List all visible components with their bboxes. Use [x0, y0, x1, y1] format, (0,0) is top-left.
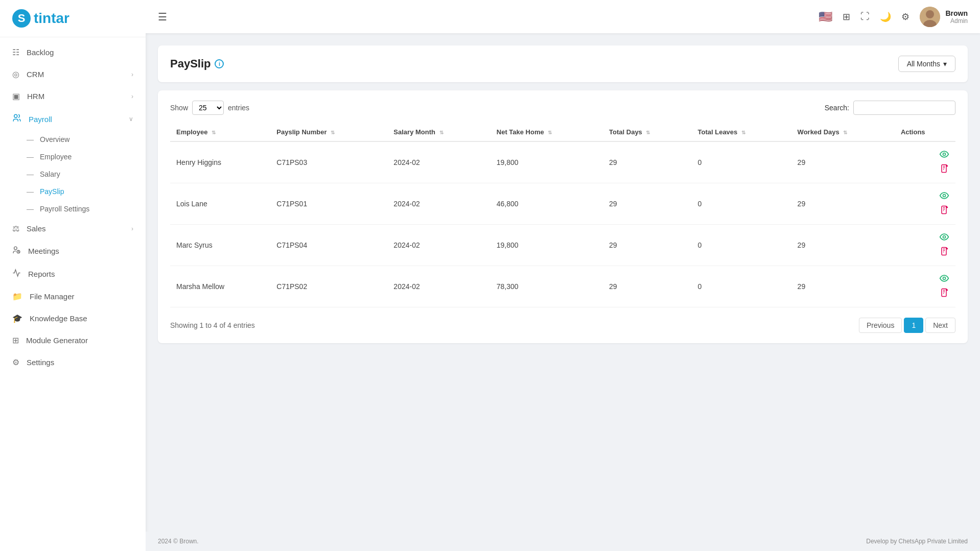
sidebar-item-meetings[interactable]: Meetings [0, 239, 146, 262]
reports-icon [12, 269, 21, 279]
header-row: Employee ⇅ Payslip Number ⇅ Salary Month… [170, 123, 955, 141]
sort-icon[interactable]: ⇅ [741, 130, 745, 135]
sidebar-item-knowledge-base[interactable]: 🎓 Knowledge Base [0, 307, 146, 329]
all-months-button[interactable]: All Months ▾ [898, 56, 955, 72]
show-entries: Show 25 50 100 entries [170, 101, 249, 115]
dash-icon: — [27, 153, 34, 161]
th-net-take-home: Net Take Home ⇅ [491, 123, 603, 141]
dark-mode-icon[interactable]: 🌙 [880, 11, 891, 22]
sidebar-item-sales[interactable]: ⚖ Sales › [0, 218, 146, 239]
chevron-right-icon: › [131, 225, 133, 232]
sidebar-sub-payslip[interactable]: — PaySlip [0, 183, 146, 200]
user-menu[interactable]: Brown Admin [920, 7, 968, 27]
sidebar-item-hrm[interactable]: ▣ HRM › [0, 85, 146, 107]
avatar [920, 7, 940, 27]
sidebar-item-crm[interactable]: ◎ CRM › [0, 63, 146, 85]
chevron-right-icon: › [131, 93, 133, 100]
cell-total-leaves: 0 [692, 141, 791, 183]
view-action-icon[interactable] [901, 273, 949, 286]
sub-label: PaySlip [40, 187, 64, 196]
sidebar-sub-salary[interactable]: — Salary [0, 165, 146, 183]
cell-worked-days: 29 [791, 183, 895, 225]
avatar-image [920, 7, 940, 27]
sidebar-sub-overview[interactable]: — Overview [0, 131, 146, 148]
sidebar-item-payroll[interactable]: Payroll ∨ [0, 107, 146, 131]
info-icon[interactable]: i [215, 59, 224, 68]
sort-icon[interactable]: ⇅ [548, 130, 552, 135]
cell-total-days: 29 [603, 141, 691, 183]
cell-net-take-home: 19,800 [491, 141, 603, 183]
view-action-icon[interactable] [901, 232, 949, 245]
download-action-icon[interactable] [901, 247, 949, 258]
cell-actions [895, 266, 955, 307]
page-header: PaySlip i All Months ▾ [158, 45, 968, 82]
cell-payslip-number: C71PS01 [270, 183, 387, 225]
download-action-icon[interactable] [901, 164, 949, 176]
topbar: ☰ 🇺🇸 ⊞ ⛶ 🌙 ⚙ Brown Admin [146, 0, 980, 33]
sort-icon[interactable]: ⇅ [439, 130, 444, 135]
grid-icon[interactable]: ⊞ [843, 11, 850, 22]
meetings-icon [12, 246, 21, 256]
sidebar-item-settings[interactable]: ⚙ Settings [0, 351, 146, 373]
cell-salary-month: 2024-02 [387, 183, 490, 225]
flag-icon[interactable]: 🇺🇸 [819, 10, 832, 23]
knowledge-base-icon: 🎓 [12, 314, 22, 323]
sidebar-item-label: HRM [27, 92, 44, 101]
show-label: Show [170, 104, 188, 112]
svg-point-0 [14, 114, 17, 117]
svg-point-4 [926, 10, 934, 18]
view-action-icon[interactable] [901, 149, 949, 162]
sidebar: S tintar ☷ Backlog ◎ CRM › ▣ HRM › Payro… [0, 0, 146, 551]
entries-select[interactable]: 25 50 100 [192, 101, 224, 115]
sidebar-item-label: Payroll [29, 115, 52, 124]
table-row: Lois Lane C71PS01 2024-02 46,800 29 0 29 [170, 183, 955, 225]
cell-payslip-number: C71PS03 [270, 141, 387, 183]
page-content: PaySlip i All Months ▾ Show 25 50 100 en… [146, 33, 980, 532]
footer: 2024 © Brown. Develop by ChetsApp Privat… [146, 532, 980, 551]
cell-payslip-number: C71PS04 [270, 225, 387, 266]
th-employee: Employee ⇅ [170, 123, 270, 141]
sidebar-nav: ☷ Backlog ◎ CRM › ▣ HRM › Payroll ∨ — Ov… [0, 37, 146, 551]
pagination-buttons: Previous 1 Next [859, 318, 955, 333]
sidebar-item-file-manager[interactable]: 📁 File Manager [0, 285, 146, 307]
previous-button[interactable]: Previous [859, 318, 902, 333]
download-action-icon[interactable] [901, 205, 949, 217]
cell-net-take-home: 78,300 [491, 266, 603, 307]
sidebar-sub-employee[interactable]: — Employee [0, 148, 146, 165]
sidebar-item-backlog[interactable]: ☷ Backlog [0, 41, 146, 63]
cell-actions [895, 141, 955, 183]
sidebar-item-reports[interactable]: Reports [0, 262, 146, 285]
next-button[interactable]: Next [925, 318, 955, 333]
user-role: Admin [945, 17, 968, 25]
sidebar-item-label: Backlog [27, 48, 54, 57]
cell-salary-month: 2024-02 [387, 225, 490, 266]
user-name: Brown [945, 9, 968, 17]
topbar-settings-icon[interactable]: ⚙ [901, 11, 909, 22]
view-action-icon[interactable] [901, 190, 949, 203]
dash-icon: — [27, 187, 34, 196]
dash-icon: — [27, 170, 34, 178]
table-header: Employee ⇅ Payslip Number ⇅ Salary Month… [170, 123, 955, 141]
search-input[interactable] [853, 101, 955, 115]
download-action-icon[interactable] [901, 288, 949, 300]
cell-worked-days: 29 [791, 225, 895, 266]
sidebar-item-label: Reports [28, 270, 55, 278]
sort-icon[interactable]: ⇅ [843, 130, 847, 135]
sort-icon[interactable]: ⇅ [646, 130, 650, 135]
table-row: Marsha Mellow C71PS02 2024-02 78,300 29 … [170, 266, 955, 307]
page-title-text: PaySlip [170, 57, 211, 70]
page-1-button[interactable]: 1 [904, 318, 923, 333]
logo: S tintar [0, 0, 146, 37]
hamburger-icon[interactable]: ☰ [158, 11, 167, 23]
sub-label: Salary [40, 170, 60, 178]
table-row: Henry Higgins C71PS03 2024-02 19,800 29 … [170, 141, 955, 183]
fullscreen-icon[interactable]: ⛶ [860, 11, 870, 22]
sidebar-sub-payroll-settings[interactable]: — Payroll Settings [0, 200, 146, 218]
sort-icon[interactable]: ⇅ [331, 130, 335, 135]
sort-icon[interactable]: ⇅ [212, 130, 216, 135]
svg-point-12 [943, 277, 946, 280]
th-salary-month: Salary Month ⇅ [387, 123, 490, 141]
sidebar-item-module-generator[interactable]: ⊞ Module Generator [0, 329, 146, 351]
cell-actions [895, 183, 955, 225]
hrm-icon: ▣ [12, 91, 20, 101]
